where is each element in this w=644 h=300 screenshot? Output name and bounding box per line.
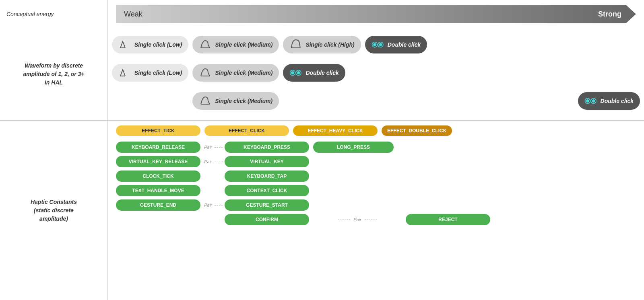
haptic-label: Haptic Constants(static discreteamplitud… bbox=[0, 121, 107, 300]
low-label-1: Single click (Low) bbox=[134, 41, 182, 48]
waveform-row-2: Single click (Low) Single click (Medium) bbox=[108, 60, 644, 85]
svg-point-8 bbox=[379, 43, 382, 46]
medium-label-3: Single click (Medium) bbox=[215, 98, 272, 104]
pair-label-1: Pair bbox=[204, 145, 212, 150]
keyboard-press-pill[interactable]: KEYBOARD_PRESS bbox=[225, 142, 309, 153]
waveform-pill-double-1: Double click bbox=[365, 36, 427, 53]
energy-arrow: Weak Strong bbox=[116, 5, 636, 23]
virtual-key-pill[interactable]: VIRTUAL_KEY bbox=[225, 156, 309, 167]
medium-label-2: Single click (Medium) bbox=[215, 70, 272, 76]
waveform-label: Waveform by discreteamplitude of 1, 2, o… bbox=[0, 28, 107, 121]
energy-bar-row: Weak Strong bbox=[108, 0, 644, 28]
medium-icon-3 bbox=[199, 95, 212, 107]
pair-label-4: Pair bbox=[353, 217, 361, 222]
keyboard-tap-pill[interactable]: KEYBOARD_TAP bbox=[225, 171, 309, 182]
arrow-body bbox=[116, 5, 636, 23]
double-label-3: Double click bbox=[601, 98, 634, 104]
waveform-pill-double-2: Double click bbox=[283, 64, 345, 82]
double-label-2: Double click bbox=[305, 70, 339, 76]
high-icon-1 bbox=[289, 38, 302, 51]
keyboard-release-pill[interactable]: KEYBOARD_RELEASE bbox=[116, 142, 200, 153]
left-labels: Conceptual energy Waveform by discreteam… bbox=[0, 0, 108, 300]
effect-double-label: EFFECT_DOUBLE_CLICK bbox=[382, 125, 452, 136]
gesture-end-pill[interactable]: GESTURE_END bbox=[116, 199, 200, 211]
double-label-1: Double click bbox=[388, 41, 421, 48]
conceptual-energy-label: Conceptual energy bbox=[0, 0, 107, 28]
svg-point-13 bbox=[291, 71, 294, 74]
haptic-section: EFFECT_TICK EFFECT_CLICK EFFECT_HEAVY_CL… bbox=[108, 121, 644, 300]
svg-point-6 bbox=[373, 43, 376, 46]
pair-label-3: Pair bbox=[204, 203, 212, 208]
waveform-section: Single click (Low) Single click (Medium) bbox=[108, 28, 644, 121]
svg-line-10 bbox=[208, 73, 210, 76]
svg-line-3 bbox=[299, 44, 300, 48]
low-icon-1 bbox=[118, 38, 131, 51]
strong-label: Strong bbox=[598, 10, 621, 18]
context-click-pill[interactable]: CONTEXT_CLICK bbox=[225, 185, 309, 196]
waveform-pill-medium-3: Single click (Medium) bbox=[192, 92, 279, 110]
double-icon-3 bbox=[584, 95, 597, 107]
low-label-2: Single click (Low) bbox=[134, 70, 182, 76]
long-press-pill[interactable]: LONG_PRESS bbox=[313, 142, 394, 153]
virtual-key-release-pill[interactable]: VIRTUAL_KEY_RELEASE bbox=[116, 156, 200, 167]
double-icon-1 bbox=[372, 38, 384, 51]
svg-point-19 bbox=[586, 99, 589, 102]
high-label-1: Single click (High) bbox=[305, 41, 354, 48]
medium-icon-2 bbox=[199, 66, 212, 79]
effect-click-label: EFFECT_CLICK bbox=[204, 125, 289, 136]
svg-line-16 bbox=[208, 101, 210, 104]
low-icon-2 bbox=[118, 66, 131, 79]
svg-point-21 bbox=[592, 99, 594, 102]
medium-icon-1 bbox=[199, 38, 212, 51]
waveform-pill-high-1: Single click (High) bbox=[283, 36, 361, 53]
waveform-pill-low-2: Single click (Low) bbox=[112, 64, 188, 82]
weak-label: Weak bbox=[124, 10, 142, 18]
svg-line-1 bbox=[208, 45, 210, 48]
waveform-row-3: Single click (Medium) Double click bbox=[108, 88, 644, 113]
gesture-start-pill[interactable]: GESTURE_START bbox=[225, 199, 309, 211]
waveform-pill-medium-2: Single click (Medium) bbox=[192, 64, 279, 82]
medium-label-1: Single click (Medium) bbox=[215, 41, 272, 48]
svg-point-15 bbox=[297, 71, 300, 74]
double-icon-2 bbox=[289, 66, 302, 79]
effect-tick-label: EFFECT_TICK bbox=[116, 125, 200, 136]
waveform-row-1: Single click (Low) Single click (Medium) bbox=[108, 32, 644, 57]
right-content: Weak Strong Single click (Low) bbox=[108, 0, 644, 300]
text-handle-move-pill[interactable]: TEXT_HANDLE_MOVE bbox=[116, 185, 200, 196]
waveform-pill-medium-1: Single click (Medium) bbox=[192, 36, 279, 53]
reject-pill[interactable]: REJECT bbox=[406, 214, 490, 225]
waveform-pill-low-1: Single click (Low) bbox=[112, 36, 188, 53]
clock-tick-pill[interactable]: CLOCK_TICK bbox=[116, 171, 200, 182]
main-container: Conceptual energy Waveform by discreteam… bbox=[0, 0, 644, 300]
pair-label-2: Pair bbox=[204, 159, 212, 164]
effect-heavy-label: EFFECT_HEAVY_CLICK bbox=[293, 125, 378, 136]
confirm-pill[interactable]: CONFIRM bbox=[225, 214, 309, 225]
waveform-pill-double-3: Double click bbox=[578, 92, 640, 110]
